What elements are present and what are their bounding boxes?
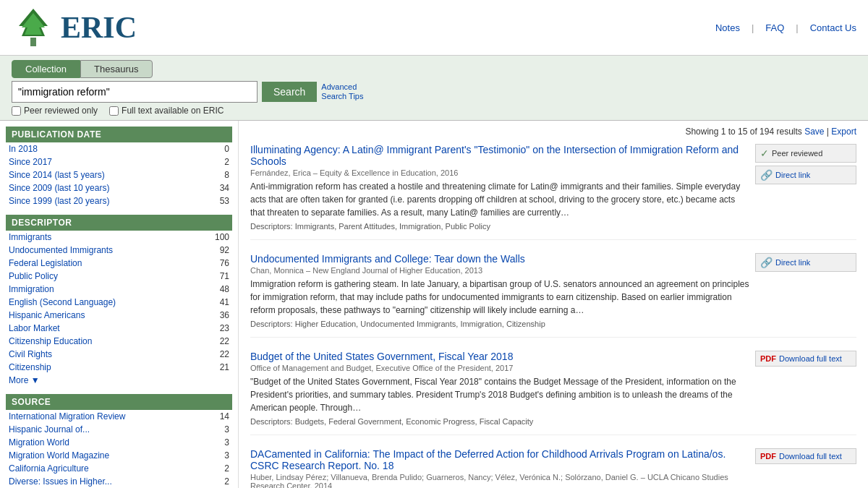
results-area: Showing 1 to 15 of 194 results Save | Ex… xyxy=(239,121,868,488)
list-item: Since 2014 (last 5 years)8 xyxy=(6,168,232,181)
result-meta: Chan, Monnica – New England Journal of H… xyxy=(250,266,749,275)
descriptor-more-link[interactable]: More ▼ xyxy=(6,374,232,387)
list-item: Citizenship21 xyxy=(6,361,232,374)
result-side: PDF Download full text xyxy=(755,448,856,488)
result-meta: Office of Management and Budget, Executi… xyxy=(250,364,749,372)
pub-date-2009[interactable]: Since 2009 (last 10 years) xyxy=(9,183,109,193)
table-row: Budget of the United States Government, … xyxy=(250,351,856,435)
pdf-icon: PDF xyxy=(760,354,776,363)
list-item: Hispanic Journal of...3 xyxy=(6,423,232,436)
publication-date-section: PUBLICATION DATE In 20180 Since 20172 Si… xyxy=(6,127,232,207)
descriptor-title: DESCRIPTOR xyxy=(6,215,232,231)
list-item: California Agriculture2 xyxy=(6,462,232,475)
contact-link[interactable]: Contact Us xyxy=(810,22,856,33)
descriptor-section: DESCRIPTOR Immigrants100 Undocumented Im… xyxy=(6,215,232,387)
direct-link-badge: 🔗 Direct link xyxy=(755,253,856,272)
result-descriptors: Descriptors: Immigrants, Parent Attitude… xyxy=(250,222,749,231)
result-meta: Fernández, Erica – Equity & Excellence i… xyxy=(250,168,749,177)
result-title[interactable]: Budget of the United States Government, … xyxy=(250,351,513,362)
list-item: Diverse: Issues in Higher...2 xyxy=(6,475,232,488)
download-badge: PDF Download full text xyxy=(755,351,856,367)
list-item: Since 20172 xyxy=(6,155,232,168)
tab-collection[interactable]: Collection xyxy=(12,60,80,78)
result-abstract: Anti-immigration reform has created a ho… xyxy=(250,180,749,219)
pub-date-1999[interactable]: Since 1999 (last 20 years) xyxy=(9,196,109,206)
result-side: PDF Download full text xyxy=(755,351,856,426)
search-button[interactable]: Search xyxy=(262,82,317,102)
pdf-icon: PDF xyxy=(760,452,776,461)
list-item: English (Second Language)41 xyxy=(6,296,232,309)
results-header: Showing 1 to 15 of 194 results Save | Ex… xyxy=(250,127,856,137)
list-item: Immigrants100 xyxy=(6,231,232,244)
result-main: Illuminating Agency: A Latin@ Immigrant … xyxy=(250,144,749,231)
pub-date-2014[interactable]: Since 2014 (last 5 years) xyxy=(9,170,105,180)
advanced-search-link[interactable]: AdvancedSearch Tips xyxy=(321,82,363,101)
result-abstract: "Budget of the United States Government,… xyxy=(250,375,749,414)
direct-link-badge: 🔗 Direct link xyxy=(755,166,856,184)
source-section: SOURCE International Migration Review14 … xyxy=(6,394,232,488)
list-item: Since 1999 (last 20 years)53 xyxy=(6,194,232,207)
results-count: Showing 1 to 15 of 194 results xyxy=(685,127,801,137)
list-item: Citizenship Education22 xyxy=(6,335,232,348)
fulltext-filter[interactable]: Full text available on ERIC xyxy=(109,106,224,116)
result-title[interactable]: Illuminating Agency: A Latin@ Immigrant … xyxy=(250,144,739,167)
tabs: Collection Thesaurus xyxy=(12,60,856,78)
header-links: Notes | FAQ | Contact Us xyxy=(715,22,856,33)
result-abstract: Immigration reform is gathering steam. I… xyxy=(250,278,749,317)
list-item: Hispanic Americans36 xyxy=(6,309,232,322)
list-item: Since 2009 (last 10 years)34 xyxy=(6,181,232,194)
peer-reviewed-badge: ✓ Peer reviewed xyxy=(755,144,856,163)
peer-reviewed-filter[interactable]: Peer reviewed only xyxy=(12,106,98,116)
pub-date-2017[interactable]: Since 2017 xyxy=(9,157,52,167)
list-item: Undocumented Immigrants92 xyxy=(6,244,232,257)
download-badge: PDF Download full text xyxy=(755,448,856,464)
tab-thesaurus[interactable]: Thesaurus xyxy=(80,60,152,78)
svg-rect-0 xyxy=(30,38,36,46)
pub-date-2018[interactable]: In 2018 xyxy=(9,144,38,154)
direct-link[interactable]: Direct link xyxy=(775,258,810,267)
list-item: Federal Legislation76 xyxy=(6,257,232,270)
result-main: DACamented in California: The Impact of … xyxy=(250,448,749,488)
faq-link[interactable]: FAQ xyxy=(765,22,784,33)
list-item: International Migration Review14 xyxy=(6,410,232,423)
search-row: Search AdvancedSearch Tips xyxy=(12,81,856,103)
logo-area: ERIC xyxy=(12,6,137,49)
table-row: DACamented in California: The Impact of … xyxy=(250,448,856,488)
list-item: Public Policy71 xyxy=(6,270,232,283)
list-item: Migration World Magazine3 xyxy=(6,449,232,462)
table-row: Undocumented Immigrants and College: Tea… xyxy=(250,253,856,338)
download-full-text-link[interactable]: Download full text xyxy=(779,452,842,461)
logo-text: ERIC xyxy=(61,10,137,45)
eric-logo-tree xyxy=(12,6,55,49)
notes-link[interactable]: Notes xyxy=(715,22,740,33)
result-title[interactable]: DACamented in California: The Impact of … xyxy=(250,448,726,471)
result-main: Undocumented Immigrants and College: Tea… xyxy=(250,253,749,328)
checkmark-icon: ✓ xyxy=(760,147,769,159)
header: ERIC Notes | FAQ | Contact Us xyxy=(0,0,868,56)
result-descriptors: Descriptors: Budgets, Federal Government… xyxy=(250,417,749,426)
filters-row: Peer reviewed only Full text available o… xyxy=(12,106,856,116)
result-descriptors: Descriptors: Higher Education, Undocumen… xyxy=(250,320,749,328)
save-link[interactable]: Save xyxy=(804,127,824,137)
search-input[interactable] xyxy=(12,81,258,103)
list-item: Migration World3 xyxy=(6,436,232,449)
fulltext-checkbox[interactable] xyxy=(109,106,119,116)
result-side: 🔗 Direct link xyxy=(755,253,856,328)
sidebar: PUBLICATION DATE In 20180 Since 20172 Si… xyxy=(0,121,239,488)
search-area: Collection Thesaurus Search AdvancedSear… xyxy=(0,56,868,121)
list-item: In 20180 xyxy=(6,142,232,155)
publication-date-title: PUBLICATION DATE xyxy=(6,127,232,142)
link-icon: 🔗 xyxy=(760,169,773,181)
list-item: Labor Market23 xyxy=(6,322,232,335)
source-title: SOURCE xyxy=(6,394,232,410)
result-meta: Huber, Lindsay Pérez; Villanueva, Brenda… xyxy=(250,473,749,488)
list-item: Immigration48 xyxy=(6,283,232,296)
table-row: Illuminating Agency: A Latin@ Immigrant … xyxy=(250,144,856,240)
export-link[interactable]: Export xyxy=(831,127,856,137)
peer-reviewed-checkbox[interactable] xyxy=(12,106,21,116)
direct-link[interactable]: Direct link xyxy=(775,171,810,179)
result-main: Budget of the United States Government, … xyxy=(250,351,749,426)
download-full-text-link[interactable]: Download full text xyxy=(779,354,842,363)
result-title[interactable]: Undocumented Immigrants and College: Tea… xyxy=(250,253,525,265)
list-item: Civil Rights22 xyxy=(6,348,232,361)
